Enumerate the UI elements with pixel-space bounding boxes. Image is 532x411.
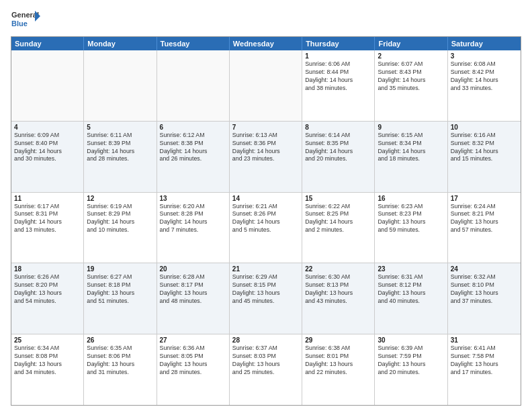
day-number: 29 xyxy=(305,336,371,344)
day-number: 6 xyxy=(160,124,226,131)
day-cell-12: 12Sunrise: 6:19 AM Sunset: 8:29 PM Dayli… xyxy=(84,193,157,263)
day-details: Sunrise: 6:26 AM Sunset: 8:20 PM Dayligh… xyxy=(14,273,81,306)
day-number: 28 xyxy=(232,336,299,344)
svg-text:General: General xyxy=(11,11,39,19)
day-number: 12 xyxy=(87,195,153,202)
day-details: Sunrise: 6:38 AM Sunset: 8:01 PM Dayligh… xyxy=(305,345,371,377)
empty-cell xyxy=(157,50,230,121)
day-number: 2 xyxy=(378,52,444,60)
day-cell-23: 23Sunrise: 6:31 AM Sunset: 8:12 PM Dayli… xyxy=(375,263,447,334)
logo: General Blue xyxy=(11,8,40,32)
day-details: Sunrise: 6:20 AM Sunset: 8:28 PM Dayligh… xyxy=(160,203,226,235)
day-details: Sunrise: 6:17 AM Sunset: 8:31 PM Dayligh… xyxy=(14,203,81,235)
week-row-1: 1Sunrise: 6:06 AM Sunset: 8:44 PM Daylig… xyxy=(11,50,521,122)
calendar-body: 1Sunrise: 6:06 AM Sunset: 8:44 PM Daylig… xyxy=(11,50,521,405)
day-cell-25: 25Sunrise: 6:34 AM Sunset: 8:08 PM Dayli… xyxy=(11,334,84,405)
day-cell-1: 1Sunrise: 6:06 AM Sunset: 8:44 PM Daylig… xyxy=(302,50,375,121)
day-cell-15: 15Sunrise: 6:22 AM Sunset: 8:25 PM Dayli… xyxy=(302,193,375,263)
empty-cell xyxy=(84,50,157,121)
day-cell-7: 7Sunrise: 6:13 AM Sunset: 8:36 PM Daylig… xyxy=(230,122,302,192)
day-cell-6: 6Sunrise: 6:12 AM Sunset: 8:38 PM Daylig… xyxy=(157,122,230,192)
day-details: Sunrise: 6:09 AM Sunset: 8:40 PM Dayligh… xyxy=(14,132,81,164)
day-number: 3 xyxy=(451,52,518,60)
day-cell-13: 13Sunrise: 6:20 AM Sunset: 8:28 PM Dayli… xyxy=(157,193,230,263)
day-details: Sunrise: 6:07 AM Sunset: 8:43 PM Dayligh… xyxy=(378,60,444,93)
day-number: 11 xyxy=(14,195,81,202)
day-cell-3: 3Sunrise: 6:08 AM Sunset: 8:42 PM Daylig… xyxy=(448,50,521,121)
day-number: 27 xyxy=(160,336,226,344)
day-details: Sunrise: 6:29 AM Sunset: 8:15 PM Dayligh… xyxy=(232,273,299,306)
day-details: Sunrise: 6:16 AM Sunset: 8:32 PM Dayligh… xyxy=(451,132,518,164)
day-cell-16: 16Sunrise: 6:23 AM Sunset: 8:23 PM Dayli… xyxy=(375,193,447,263)
day-number: 13 xyxy=(160,195,226,202)
day-cell-22: 22Sunrise: 6:30 AM Sunset: 8:13 PM Dayli… xyxy=(302,263,375,334)
day-header-sunday: Sunday xyxy=(11,37,84,50)
day-number: 21 xyxy=(232,265,299,273)
day-cell-28: 28Sunrise: 6:37 AM Sunset: 8:03 PM Dayli… xyxy=(230,334,302,405)
day-cell-29: 29Sunrise: 6:38 AM Sunset: 8:01 PM Dayli… xyxy=(302,334,375,405)
day-cell-9: 9Sunrise: 6:15 AM Sunset: 8:34 PM Daylig… xyxy=(375,122,447,192)
day-number: 5 xyxy=(87,124,153,131)
week-row-2: 4Sunrise: 6:09 AM Sunset: 8:40 PM Daylig… xyxy=(11,122,521,193)
day-details: Sunrise: 6:11 AM Sunset: 8:39 PM Dayligh… xyxy=(87,132,153,164)
day-details: Sunrise: 6:27 AM Sunset: 8:18 PM Dayligh… xyxy=(87,273,153,306)
day-header-friday: Friday xyxy=(375,37,447,50)
day-number: 15 xyxy=(305,195,371,202)
day-cell-10: 10Sunrise: 6:16 AM Sunset: 8:32 PM Dayli… xyxy=(448,122,521,192)
day-number: 22 xyxy=(305,265,371,273)
calendar: SundayMondayTuesdayWednesdayThursdayFrid… xyxy=(11,36,521,406)
day-cell-18: 18Sunrise: 6:26 AM Sunset: 8:20 PM Dayli… xyxy=(11,263,84,334)
day-cell-4: 4Sunrise: 6:09 AM Sunset: 8:40 PM Daylig… xyxy=(11,122,84,192)
day-number: 1 xyxy=(305,52,371,60)
day-cell-21: 21Sunrise: 6:29 AM Sunset: 8:15 PM Dayli… xyxy=(230,263,302,334)
day-number: 16 xyxy=(378,195,444,202)
logo-svg: General Blue xyxy=(11,8,40,32)
day-details: Sunrise: 6:31 AM Sunset: 8:12 PM Dayligh… xyxy=(378,273,444,306)
empty-cell xyxy=(11,50,84,121)
day-cell-2: 2Sunrise: 6:07 AM Sunset: 8:43 PM Daylig… xyxy=(375,50,447,121)
day-number: 25 xyxy=(14,336,81,344)
day-details: Sunrise: 6:13 AM Sunset: 8:36 PM Dayligh… xyxy=(232,132,299,164)
day-details: Sunrise: 6:35 AM Sunset: 8:06 PM Dayligh… xyxy=(87,345,153,377)
day-details: Sunrise: 6:22 AM Sunset: 8:25 PM Dayligh… xyxy=(305,203,371,235)
day-number: 10 xyxy=(451,124,518,131)
day-number: 14 xyxy=(232,195,299,202)
day-number: 17 xyxy=(451,195,518,202)
day-cell-30: 30Sunrise: 6:39 AM Sunset: 7:59 PM Dayli… xyxy=(375,334,447,405)
day-details: Sunrise: 6:23 AM Sunset: 8:23 PM Dayligh… xyxy=(378,203,444,235)
day-header-monday: Monday xyxy=(84,37,157,50)
day-cell-5: 5Sunrise: 6:11 AM Sunset: 8:39 PM Daylig… xyxy=(84,122,157,192)
day-details: Sunrise: 6:39 AM Sunset: 7:59 PM Dayligh… xyxy=(378,345,444,377)
day-number: 9 xyxy=(378,124,444,131)
week-row-3: 11Sunrise: 6:17 AM Sunset: 8:31 PM Dayli… xyxy=(11,193,521,264)
day-number: 20 xyxy=(160,265,226,273)
day-details: Sunrise: 6:36 AM Sunset: 8:05 PM Dayligh… xyxy=(160,345,226,377)
day-header-saturday: Saturday xyxy=(448,37,521,50)
calendar-header: SundayMondayTuesdayWednesdayThursdayFrid… xyxy=(11,37,521,50)
page: General Blue SundayMondayTuesdayWednesda… xyxy=(0,0,532,411)
day-cell-17: 17Sunrise: 6:24 AM Sunset: 8:21 PM Dayli… xyxy=(448,193,521,263)
day-cell-8: 8Sunrise: 6:14 AM Sunset: 8:35 PM Daylig… xyxy=(302,122,375,192)
day-number: 31 xyxy=(451,336,518,344)
day-details: Sunrise: 6:08 AM Sunset: 8:42 PM Dayligh… xyxy=(451,60,518,93)
day-details: Sunrise: 6:37 AM Sunset: 8:03 PM Dayligh… xyxy=(232,345,299,377)
day-cell-31: 31Sunrise: 6:41 AM Sunset: 7:58 PM Dayli… xyxy=(448,334,521,405)
day-number: 18 xyxy=(14,265,81,273)
day-cell-20: 20Sunrise: 6:28 AM Sunset: 8:17 PM Dayli… xyxy=(157,263,230,334)
svg-text:Blue: Blue xyxy=(11,19,28,28)
day-details: Sunrise: 6:30 AM Sunset: 8:13 PM Dayligh… xyxy=(305,273,371,306)
header: General Blue xyxy=(11,8,521,32)
day-details: Sunrise: 6:06 AM Sunset: 8:44 PM Dayligh… xyxy=(305,60,371,93)
day-details: Sunrise: 6:15 AM Sunset: 8:34 PM Dayligh… xyxy=(378,132,444,164)
day-details: Sunrise: 6:32 AM Sunset: 8:10 PM Dayligh… xyxy=(451,273,518,306)
day-details: Sunrise: 6:34 AM Sunset: 8:08 PM Dayligh… xyxy=(14,345,81,377)
day-details: Sunrise: 6:24 AM Sunset: 8:21 PM Dayligh… xyxy=(451,203,518,235)
day-details: Sunrise: 6:12 AM Sunset: 8:38 PM Dayligh… xyxy=(160,132,226,164)
day-details: Sunrise: 6:21 AM Sunset: 8:26 PM Dayligh… xyxy=(232,203,299,235)
day-cell-24: 24Sunrise: 6:32 AM Sunset: 8:10 PM Dayli… xyxy=(448,263,521,334)
week-row-4: 18Sunrise: 6:26 AM Sunset: 8:20 PM Dayli… xyxy=(11,263,521,334)
day-number: 30 xyxy=(378,336,444,344)
day-number: 7 xyxy=(232,124,299,131)
day-number: 8 xyxy=(305,124,371,131)
day-number: 23 xyxy=(378,265,444,273)
